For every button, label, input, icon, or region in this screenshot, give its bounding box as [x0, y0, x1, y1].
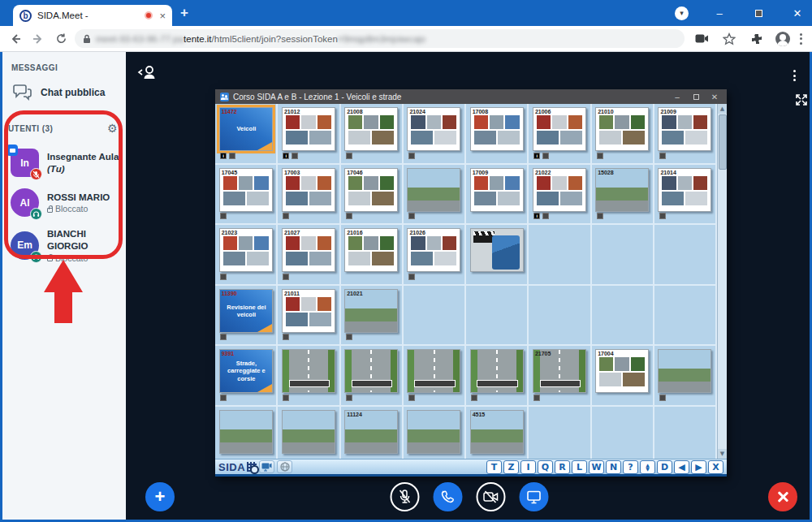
slide-cell[interactable]	[278, 346, 340, 407]
actions-plus-button[interactable]: +	[145, 482, 175, 511]
slide-cell[interactable]: 17008	[466, 104, 529, 165]
slide-thumbnail[interactable]: 21012	[282, 107, 335, 151]
browser-menu-kebab-icon[interactable]	[800, 33, 802, 45]
slide-cell[interactable]: Revisione dei veicoli11390	[215, 286, 278, 347]
slide-thumbnail[interactable]: 21021	[344, 289, 398, 333]
slide-cell[interactable]: 21022i	[529, 165, 591, 226]
slide-cell[interactable]	[654, 407, 717, 459]
slide-cell[interactable]: 17046	[341, 165, 404, 226]
course-window-titlebar[interactable]: Corso SIDA A e B - Lezione 1 - Veicoli e…	[215, 89, 727, 104]
slide-thumbnail[interactable]	[282, 349, 335, 393]
course-close-button[interactable]: ✕	[707, 93, 722, 101]
slide-cell[interactable]	[529, 407, 591, 459]
slide-cell[interactable]: 17003	[278, 165, 340, 226]
slide-cell[interactable]	[529, 286, 591, 347]
slide-thumbnail[interactable]: 17003	[282, 168, 335, 212]
camera-off-button[interactable]	[476, 482, 505, 511]
slide-cell[interactable]: 21016	[341, 225, 404, 286]
titlebar-badge-icon[interactable]: ▾	[675, 6, 689, 20]
window-close-button[interactable]: ✕	[789, 7, 806, 19]
slide-cell[interactable]: 21006i	[529, 104, 591, 165]
slide-thumbnail[interactable]: 21026	[407, 228, 460, 272]
slide-thumbnail[interactable]	[219, 410, 273, 454]
slide-cell[interactable]	[466, 286, 529, 347]
slide-thumbnail[interactable]: 17009	[470, 168, 524, 212]
slide-cell[interactable]	[278, 407, 340, 459]
extensions-puzzle-icon[interactable]	[748, 30, 766, 48]
slide-thumbnail[interactable]: 17045	[219, 168, 273, 212]
slide-thumbnail[interactable]: 4515	[470, 410, 524, 454]
slide-thumbnail[interactable]: 21705	[533, 349, 586, 393]
slide-thumbnail[interactable]	[470, 228, 524, 272]
slide-cell[interactable]	[592, 225, 654, 286]
toolbar-button-d[interactable]: D	[657, 460, 672, 474]
toolbar-button-t[interactable]: T	[486, 460, 502, 474]
vertical-scrollbar[interactable]: ▲ ▼	[717, 104, 727, 459]
presentation-mode-button[interactable]	[259, 460, 274, 473]
toolbar-button-w[interactable]: W	[589, 460, 604, 474]
scroll-up-icon[interactable]: ▲	[718, 104, 727, 114]
stage-options-kebab-icon[interactable]	[793, 70, 796, 81]
toolbar-button-n[interactable]: N	[606, 460, 621, 474]
users-settings-gear-icon[interactable]: ⚙	[107, 122, 118, 135]
address-bar[interactable]: meet-93-63-96-77.patente.it/html5client/…	[75, 29, 685, 48]
slide-cell[interactable]: 21014	[654, 165, 717, 226]
slide-cell[interactable]	[529, 225, 591, 286]
slide-cell[interactable]	[404, 407, 466, 459]
user-list-item[interactable]: EmBIANCHI GIORGIOBloccato	[0, 222, 126, 269]
slide-thumbnail[interactable]: 21027	[282, 228, 335, 272]
slide-cell[interactable]: 17009	[466, 165, 529, 226]
slide-cell[interactable]	[404, 346, 466, 407]
toolbar-button-r[interactable]: R	[555, 460, 570, 474]
slide-cell[interactable]: 21705	[529, 346, 591, 407]
slide-cell[interactable]	[654, 286, 717, 347]
slide-cell[interactable]: Veicoli11472i	[215, 104, 278, 165]
new-tab-button[interactable]: +	[180, 5, 188, 21]
public-chat-item[interactable]: Chat pubblica	[0, 72, 126, 115]
slide-thumbnail[interactable]	[658, 349, 711, 393]
course-minimize-button[interactable]: –	[670, 93, 685, 101]
slide-thumbnail[interactable]: 21009	[658, 107, 711, 151]
slide-thumbnail[interactable]: 21008	[344, 107, 398, 151]
slide-cell[interactable]: 21009	[654, 104, 717, 165]
slide-thumbnail[interactable]: Strade, carreggiate e corsie9391	[219, 349, 273, 393]
slide-cell[interactable]	[404, 165, 466, 226]
slide-thumbnail[interactable]	[407, 349, 460, 393]
slide-thumbnail[interactable]	[407, 168, 460, 212]
slide-cell[interactable]: 21021	[341, 286, 404, 347]
slide-cell[interactable]: 17045	[215, 165, 278, 226]
slide-cell[interactable]	[466, 225, 529, 286]
slide-cell[interactable]	[215, 407, 278, 459]
slide-cell[interactable]: 21024	[404, 104, 466, 165]
toggle-userlist-icon[interactable]	[137, 63, 158, 84]
slide-thumbnail[interactable]: 11124	[344, 410, 398, 454]
slide-cell[interactable]: 21011	[278, 286, 340, 347]
slide-thumbnail[interactable]	[344, 349, 398, 393]
user-list-item[interactable]: AlROSSI MARIOBloccato	[0, 183, 126, 222]
slide-cell[interactable]: 21008	[341, 104, 404, 165]
reload-button[interactable]	[52, 30, 70, 48]
slide-cell[interactable]	[592, 286, 654, 347]
slide-cell[interactable]: 11124	[341, 407, 404, 459]
slide-thumbnail[interactable]: Veicoli11472	[219, 107, 273, 151]
slide-cell[interactable]: 4515	[466, 407, 529, 459]
profile-avatar-icon[interactable]	[775, 32, 790, 46]
phone-audio-button[interactable]	[433, 482, 462, 511]
slide-thumbnail[interactable]: Revisione dei veicoli11390	[219, 289, 273, 333]
toolbar-button-l[interactable]: L	[572, 460, 587, 474]
tab-close-icon[interactable]: ×	[159, 10, 166, 22]
slide-thumbnail[interactable]	[407, 410, 460, 454]
forward-button[interactable]	[29, 30, 47, 48]
slide-thumbnail[interactable]: 17008	[470, 107, 524, 151]
slide-cell[interactable]	[466, 346, 529, 407]
toolbar-button-i[interactable]: I	[520, 460, 536, 474]
slide-cell[interactable]: 21010	[592, 104, 654, 165]
media-camera-indicator-icon[interactable]	[693, 30, 710, 48]
slide-cell[interactable]	[404, 286, 466, 347]
slide-thumbnail[interactable]: 21006	[533, 107, 586, 151]
bookmark-star-icon[interactable]	[720, 30, 738, 48]
slide-cell[interactable]	[654, 346, 717, 407]
slide-thumbnail[interactable]: 17004	[595, 349, 649, 393]
microphone-muted-button[interactable]	[390, 482, 419, 511]
toolbar-prev-button[interactable]: ◀	[674, 460, 689, 474]
